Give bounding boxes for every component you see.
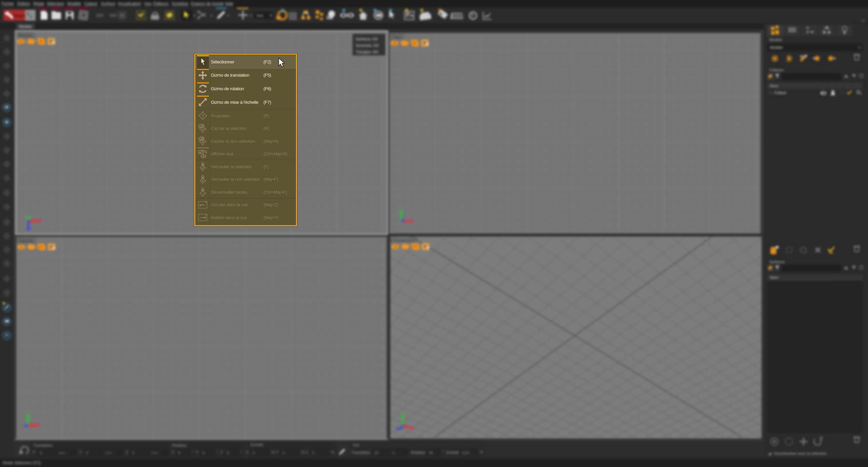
svg-text:?: ?	[201, 113, 204, 118]
